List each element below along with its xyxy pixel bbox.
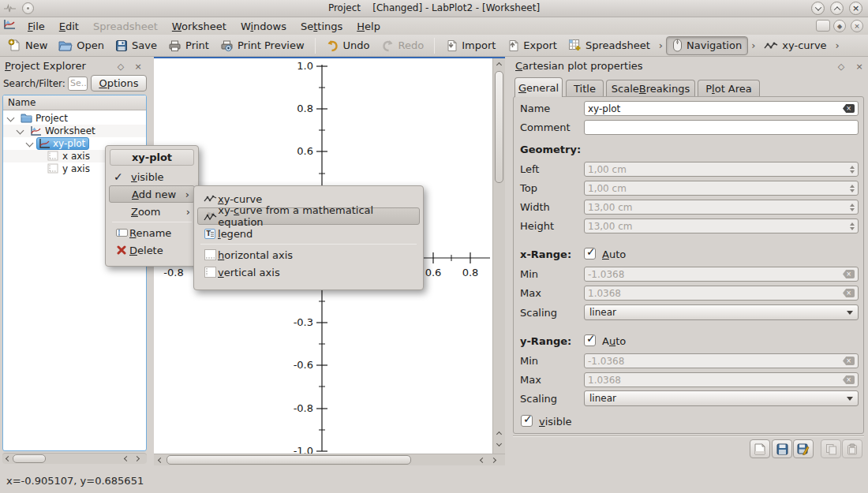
- xy-curve-icon: [764, 41, 778, 50]
- open-button[interactable]: Open: [53, 36, 110, 55]
- load-template-button[interactable]: [750, 439, 770, 458]
- menu-item-add-new[interactable]: Add new ›: [109, 185, 195, 203]
- undo-icon: [326, 39, 339, 52]
- tab-scale-breakings[interactable]: Scale Breakings: [606, 80, 695, 97]
- rename-icon: [114, 229, 129, 237]
- close-button[interactable]: ×: [849, 2, 862, 15]
- selected-item[interactable]: xy-plot: [36, 137, 89, 150]
- xy-curve-icon: [202, 195, 218, 203]
- labplot-window: Project [Changed] - LabPlot2 - [Workshee…: [0, 0, 868, 493]
- print-preview-button[interactable]: Print Preview: [215, 36, 310, 55]
- legend-icon: T: [202, 229, 218, 239]
- toolbar-separator: [315, 38, 316, 54]
- menu-spreadsheet: Spreadsheet: [86, 19, 165, 34]
- save-template-button[interactable]: [772, 439, 792, 458]
- submenu-item-vertical-axis[interactable]: vertical axis: [197, 263, 420, 281]
- expander-icon[interactable]: [26, 140, 34, 148]
- options-button[interactable]: Options: [91, 75, 147, 92]
- scrollbar-thumb[interactable]: [13, 454, 46, 463]
- dock-float-button[interactable]: ◇: [835, 60, 847, 73]
- cursor-coordinates: x=-0.905107, y=0.685651: [6, 475, 144, 487]
- search-filter-input[interactable]: Se..: [68, 77, 88, 91]
- plot-properties-dock: Cartesian plot properties ◇ × General Ti…: [509, 57, 868, 465]
- worksheet-window-icon: [3, 19, 16, 33]
- dock-close-button[interactable]: ×: [132, 60, 144, 73]
- menu-worksheet[interactable]: Worksheet: [165, 19, 234, 34]
- import-button[interactable]: Import: [440, 36, 501, 55]
- float-icon: ◆: [837, 23, 842, 30]
- expander-icon[interactable]: [7, 114, 15, 122]
- new-document-icon: [8, 39, 21, 52]
- menu-item-delete[interactable]: Delete: [109, 241, 195, 259]
- explorer-hscrollbar[interactable]: [2, 453, 147, 464]
- general-tab-pane: [513, 96, 864, 434]
- project-explorer-title: Project Explorer: [5, 60, 86, 72]
- scrollbar-thumb[interactable]: [495, 71, 503, 183]
- navigation-button[interactable]: Navigation: [666, 36, 748, 55]
- toolbar-separator: [434, 38, 435, 54]
- dock-close-button[interactable]: ×: [853, 60, 866, 73]
- spreadsheet-icon: [568, 39, 582, 52]
- toolbar-extender-chevron[interactable]: ›: [748, 39, 758, 51]
- minimize-button[interactable]: [811, 2, 825, 15]
- expander-icon[interactable]: [17, 127, 24, 135]
- menu-windows[interactable]: Windows: [234, 19, 294, 34]
- submenu-item-xy-curve-equation[interactable]: f(x) xy-curve from a mathematical equati…: [197, 207, 420, 225]
- scrollbar-thumb[interactable]: [166, 455, 411, 465]
- menu-item-visible[interactable]: ✓ visible: [109, 168, 195, 185]
- y-tick-label: -0.6: [286, 359, 313, 371]
- menu-help[interactable]: Help: [350, 19, 387, 34]
- tree-row-project[interactable]: Project: [3, 112, 146, 125]
- context-menu-title: xy-plot: [110, 149, 194, 166]
- folder-icon: [21, 113, 32, 124]
- submenu-item-horizontal-axis[interactable]: horizontal axis: [197, 246, 420, 263]
- submenu-item-legend[interactable]: T legend: [197, 225, 420, 242]
- print-button[interactable]: Print: [163, 36, 215, 55]
- menu-file[interactable]: File: [21, 19, 52, 34]
- spreadsheet-button[interactable]: Spreadsheet: [563, 36, 656, 55]
- save-button[interactable]: Save: [110, 36, 163, 55]
- child-float-button[interactable]: ◆: [833, 20, 846, 32]
- undo-button[interactable]: Undo: [320, 36, 376, 55]
- tree-row-worksheet[interactable]: Worksheet: [3, 125, 146, 137]
- titlebar-menu-button[interactable]: [22, 2, 34, 14]
- paste-icon: [847, 443, 858, 455]
- dock-float-button[interactable]: ◇: [114, 60, 127, 73]
- worksheet-hscrollbar[interactable]: [154, 454, 505, 465]
- menubar: File Edit Spreadsheet Worksheet Windows …: [0, 17, 868, 35]
- menu-item-rename[interactable]: Rename: [109, 224, 195, 241]
- child-close-button[interactable]: ×: [851, 20, 863, 32]
- menu-settings[interactable]: Settings: [294, 19, 350, 34]
- tab-general[interactable]: General: [514, 77, 563, 97]
- floppy-icon: [776, 443, 788, 455]
- y-tick-label: 0.6: [286, 145, 313, 157]
- import-icon: [445, 39, 458, 52]
- tree-header-name[interactable]: Name: [3, 95, 146, 110]
- menu-edit[interactable]: Edit: [52, 19, 86, 34]
- axis-icon: [47, 151, 59, 162]
- new-button[interactable]: New: [2, 36, 53, 55]
- tab-plot-area[interactable]: Plot Area: [698, 80, 760, 97]
- menu-item-zoom[interactable]: Zoom ›: [109, 203, 195, 220]
- tab-title[interactable]: Title: [566, 80, 604, 97]
- mouse-icon: [672, 39, 683, 52]
- maximize-button[interactable]: [830, 2, 844, 15]
- separator: [513, 435, 864, 437]
- window-title: Project [Changed] - LabPlot2 - [Workshee…: [328, 2, 540, 13]
- child-restore-button[interactable]: [816, 20, 830, 32]
- toolbar-extender-chevron[interactable]: ›: [832, 39, 843, 51]
- copy-button: [821, 439, 841, 458]
- y-tick-label: 0.8: [286, 103, 313, 114]
- export-button[interactable]: Export: [501, 36, 563, 55]
- y-tick-label: -0.8: [286, 402, 313, 414]
- copy-icon: [825, 443, 837, 455]
- submenu-arrow-icon: ›: [186, 206, 190, 218]
- save-template-as-button[interactable]: [793, 439, 814, 458]
- y-tick-label: -1.0: [286, 445, 313, 454]
- xy-curve-button[interactable]: xy-curve: [758, 36, 832, 55]
- toolbar-extender-chevron[interactable]: ›: [656, 39, 666, 51]
- x-tick-label: 0.8: [455, 267, 486, 278]
- menu-separator: [112, 222, 192, 222]
- minimize-icon: [814, 4, 821, 10]
- worksheet-vscrollbar[interactable]: [492, 58, 505, 454]
